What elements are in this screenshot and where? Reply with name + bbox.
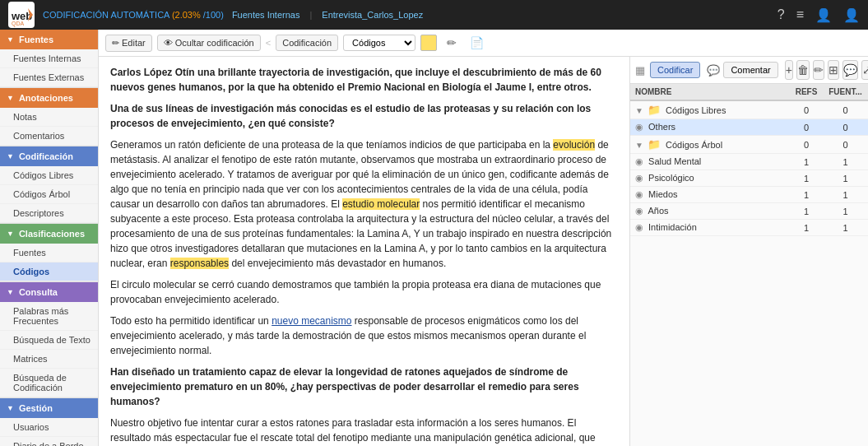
topbar-sep: | [309,10,312,20]
sidebar-item-comentarios[interactable]: Comentarios [0,127,98,146]
comentar-button[interactable]: Comentar [723,62,777,78]
sidebar-item-clasificaciones-codigos[interactable]: Códigos [0,262,98,281]
entrevista-link[interactable]: Entrevista_Carlos_Lopez [322,10,423,20]
others-refs: 0 [790,119,823,136]
sidebar-section-anotaciones: ▼ Anotaciones Notas Comentarios [0,88,98,146]
sidebar-consulta-label: Consulta [19,287,58,297]
codes-table-inner: NOMBRE REFS FUENT... ▼ 📁 [630,84,868,236]
codes-table-head: NOMBRE REFS FUENT... [630,84,868,100]
sidebar-header-fuentes[interactable]: ▼ Fuentes [0,30,98,49]
sidebar-item-matrices[interactable]: Matrices [0,350,98,369]
fuentes-internas-link[interactable]: Fuentes Internas [232,10,300,20]
miedos-label: Miedos [648,189,677,199]
ocultar-codificacion-button[interactable]: 👁 Ocultar codificación [157,35,261,51]
row-intimidacion-name: ◉ Intimidación [630,220,790,236]
row-codigos-arbol-name: ▼ 📁 Códigos Árbol [630,136,790,154]
sidebar-section-clasificaciones: ▼ Clasificaciones Fuentes Códigos [0,224,98,282]
toolbar-sep1: < [266,38,271,48]
user-icon-2[interactable]: 👤 [843,7,860,23]
table-icon[interactable]: ⊞ [828,60,839,80]
table-row[interactable]: ◉ Intimidación 1 1 [630,220,868,236]
menu-icon[interactable]: ≡ [796,7,804,22]
others-fuentes: 0 [823,119,868,136]
sidebar-codificacion-label: Codificación [19,151,73,161]
miedos-refs: 1 [790,187,823,203]
codes-table-header-row: NOMBRE REFS FUENT... [630,84,868,100]
sidebar-item-descriptores[interactable]: Descriptores [0,204,98,223]
user-icon-1[interactable]: 👤 [815,7,832,23]
chevron-anotaciones: ▼ [7,94,14,102]
sidebar-item-busqueda-texto[interactable]: Búsqueda de Texto [0,331,98,350]
editar-button[interactable]: ✏ Editar [105,35,152,52]
delete-icon[interactable]: 🗑 [796,60,810,80]
sidebar-item-clasificaciones-fuentes[interactable]: Fuentes [0,244,98,262]
salud-mental-refs: 1 [790,154,823,170]
content-area[interactable]: Carlos López Otín una brillante trayecto… [99,57,629,446]
expand-codigos-libres[interactable]: ▼ [635,106,643,115]
row-salud-mental-name: ◉ Salud Mental [630,154,790,170]
table-row[interactable]: ◉ Psicológico 1 1 [630,170,868,187]
edit-right-icon[interactable]: ✏ [813,60,824,80]
barcode-icon: ▦ [635,64,645,77]
intimidacion-fuentes: 1 [823,220,868,236]
sidebar-item-notas[interactable]: Notas [0,108,98,127]
col-refs: REFS [790,84,823,100]
anos-fuentes: 1 [823,203,868,220]
codificacion-button[interactable]: Codificación [276,35,338,51]
edit-icon[interactable]: ✏ [442,33,462,53]
main-layout: ▼ Fuentes Fuentes Internas Fuentes Exter… [0,30,868,446]
chevron-clasificaciones: ▼ [7,230,14,238]
sidebar-header-clasificaciones[interactable]: ▼ Clasificaciones [0,224,98,244]
sidebar-section-consulta: ▼ Consulta Palabras más Frecuentes Búsqu… [0,282,98,398]
row-psicologico-name: ◉ Psicológico [630,170,790,187]
row-miedos-name: ◉ Miedos [630,187,790,203]
codes-table-body: ▼ 📁 Códigos Libres 0 0 ◉ [630,100,868,236]
sidebar-header-consulta[interactable]: ▼ Consulta [0,282,98,302]
highlight-estudio-molecular: estudio molecular [342,198,420,210]
intimidacion-refs: 1 [790,220,823,236]
row-codigos-libres-name: ▼ 📁 Códigos Libres [630,100,790,119]
topbar-links: Fuentes Internas | Entrevista_Carlos_Lop… [232,10,423,20]
table-row[interactable]: ▼ 📁 Códigos Árbol 0 0 [630,136,868,154]
codificacion-label: Codificación [282,38,332,48]
sidebar-item-fuentes-externas[interactable]: Fuentes Externas [0,68,98,87]
sidebar-header-anotaciones[interactable]: ▼ Anotaciones [0,88,98,108]
table-row[interactable]: ▼ 📁 Códigos Libres 0 0 [630,100,868,119]
export-icon[interactable]: 📄 [466,33,486,53]
sidebar-item-usuarios[interactable]: Usuarios [0,418,98,437]
codigos-select[interactable]: Códigos Nodos Categorías [343,35,415,51]
comment-icon: 💬 [707,64,720,77]
codificar-label: Codificar [657,65,693,75]
sidebar-section-gestion: ▼ Gestión Usuarios Diario de a Bordo Flu… [0,398,98,446]
highlight-responsables: responsables [170,258,229,269]
table-row[interactable]: ◉ Miedos 1 1 [630,187,868,203]
col-nombre: NOMBRE [630,84,790,100]
codificar-button[interactable]: Codificar [650,62,700,78]
salud-mental-label: Salud Mental [648,156,701,166]
chevron-fuentes: ▼ [7,35,14,44]
others-label: Others [648,122,675,132]
paragraph-6-bold: Han diseñado un tratamiento capaz de ele… [110,365,618,409]
color-swatch[interactable] [420,35,437,51]
highlight-nuevo-mecanismo: nuevo mecanismo [272,315,351,327]
sidebar-item-codigos-libres[interactable]: Códigos Libres [0,166,98,185]
sidebar-item-fuentes-internas[interactable]: Fuentes Internas [0,49,98,68]
sidebar-header-codificacion[interactable]: ▼ Codificación [0,146,98,166]
expand-icon-btn[interactable]: ⤢ [861,60,868,80]
percent-text: (2.03% [172,10,201,20]
item-icon-salud-mental: ◉ [635,156,643,166]
sidebar-item-diario[interactable]: Diario de a Bordo [0,437,98,446]
paragraph-4: El circulo molecular se cerró cuando dem… [110,277,618,307]
help-icon[interactable]: ? [777,7,785,22]
sidebar-header-gestion[interactable]: ▼ Gestión [0,398,98,418]
table-row[interactable]: ◉ Others 0 0 [630,119,868,136]
expand-codigos-arbol[interactable]: ▼ [635,141,643,150]
table-row[interactable]: ◉ Salud Mental 1 1 [630,154,868,170]
table-row[interactable]: ◉ Años 1 1 [630,203,868,220]
codigos-libres-refs: 0 [790,100,823,119]
add-icon[interactable]: + [785,60,793,80]
speech-icon[interactable]: 💬 [842,60,858,80]
sidebar-item-codigos-arbol[interactable]: Códigos Árbol [0,185,98,204]
sidebar-item-busqueda-codificacion[interactable]: Búsqueda de Codificación [0,369,98,397]
sidebar-item-palabras-frecuentes[interactable]: Palabras más Frecuentes [0,302,98,331]
